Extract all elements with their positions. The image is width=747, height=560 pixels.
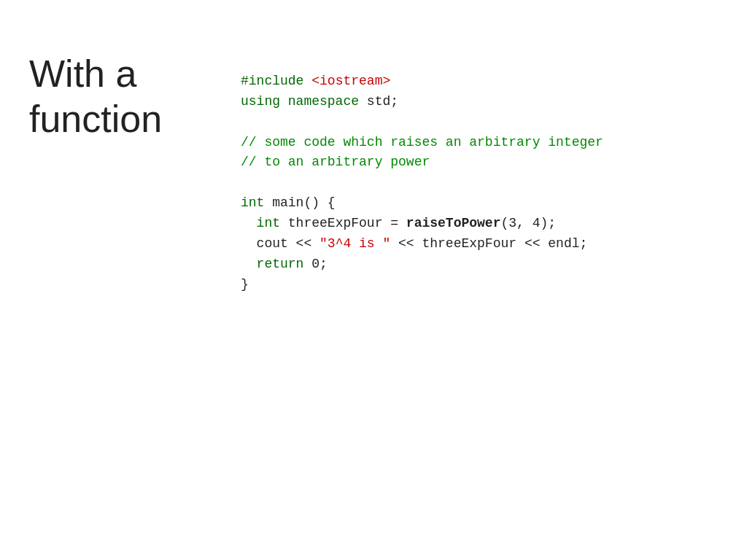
code-using: using namespace [241, 94, 359, 109]
code-int-main-keyword: int [241, 195, 264, 210]
page-container: With a function #include <iostream> usin… [0, 0, 747, 359]
code-include-path: <iostream> [311, 74, 390, 88]
code-function-call: raiseToPower [406, 216, 501, 230]
code-return-value: 0; [303, 257, 327, 271]
code-return-keyword: return [257, 257, 304, 271]
title-line2: function [29, 98, 162, 140]
code-block: #include <iostream> using namespace std;… [241, 44, 603, 316]
title-line1: With a [29, 52, 136, 95]
code-cout-rest: << threeExpFour << endl; [390, 236, 587, 251]
code-string-literal: "3^4 is " [320, 236, 390, 251]
code-comment2: // to an arbitrary power [241, 155, 430, 169]
code-comment1: // some code which raises an arbitrary i… [241, 135, 603, 149]
code-std: std; [359, 94, 398, 109]
code-include-keyword: #include [241, 74, 303, 88]
code-closing-brace: } [241, 277, 249, 292]
code-args: (3, 4); [500, 216, 556, 230]
code-var-assign: threeExpFour = [280, 216, 406, 230]
slide-title: With a function [29, 44, 197, 142]
code-int-var-keyword: int [257, 216, 280, 230]
code-cout-line: cout << [257, 236, 320, 251]
code-main-open: main() { [264, 195, 335, 210]
